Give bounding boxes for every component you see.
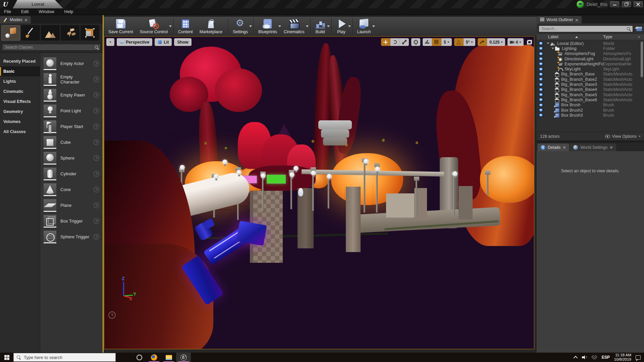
item-cone[interactable]: Cone? <box>44 182 101 197</box>
dropdown-caret-icon[interactable] <box>278 25 281 28</box>
category-volumes[interactable]: Volumes <box>0 117 40 127</box>
modes-tab[interactable]: Modes <box>0 16 31 23</box>
category-lights[interactable]: Lights <box>0 76 40 86</box>
type-column-header[interactable]: Type <box>603 35 644 39</box>
level-tab[interactable]: Lovrat <box>13 0 63 8</box>
dropdown-caret-icon[interactable] <box>306 25 309 28</box>
light-bulb-sprite[interactable] <box>180 165 185 170</box>
visibility-eye-icon[interactable] <box>538 83 543 86</box>
visibility-eye-icon[interactable] <box>538 88 543 92</box>
build-button[interactable]: Build <box>312 17 330 36</box>
outliner-row-big-branch-base4[interactable]: Big_Branch_Base4StaticMeshActo <box>537 87 644 92</box>
scale-tool-button[interactable] <box>400 38 409 46</box>
close-icon[interactable] <box>24 18 28 21</box>
light-bulb-sprite[interactable] <box>222 160 227 165</box>
grid-snap-toggle[interactable] <box>432 38 441 46</box>
light-bulb-sprite[interactable] <box>261 173 266 178</box>
tab-details[interactable]: Details <box>537 143 569 151</box>
visibility-eye-icon[interactable] <box>538 113 543 117</box>
viewport-help-icon[interactable]: ? <box>108 311 116 319</box>
dropdown-caret-icon[interactable] <box>249 25 252 28</box>
rotation-snap-value[interactable]: 5° <box>464 38 475 46</box>
visibility-eye-icon[interactable] <box>538 103 543 107</box>
item-sphere-trigger[interactable]: Sphere Trigger? <box>44 229 101 245</box>
view-options-button[interactable]: View Options <box>605 134 641 139</box>
viewport-options-button[interactable] <box>106 38 114 46</box>
menu-edit[interactable]: Edit <box>21 9 29 14</box>
item-sphere[interactable]: Sphere? <box>44 150 101 166</box>
rotate-tool-button[interactable] <box>390 38 400 46</box>
category-cinematic[interactable]: Cinematic <box>0 86 40 97</box>
category-recently-placed[interactable]: Recently Placed <box>0 56 40 66</box>
category-all-classes[interactable]: All Classes <box>0 127 40 137</box>
expander-icon[interactable] <box>551 48 554 51</box>
visibility-eye-icon[interactable] <box>538 108 543 112</box>
item-empty-actor[interactable]: Empty Actor? <box>44 56 101 71</box>
start-button[interactable] <box>0 353 13 362</box>
outliner-row-big-branch-base2[interactable]: Big_Branch_Base2StaticMeshActo <box>537 77 644 82</box>
category-visual-effects[interactable]: Visual Effects <box>0 97 40 107</box>
world-coordinate-button[interactable] <box>411 38 420 46</box>
surface-snap-button[interactable] <box>423 38 432 46</box>
mode-foliage-button[interactable] <box>61 25 79 41</box>
menu-window[interactable]: Window <box>39 9 54 14</box>
outliner-row-exponentialheightfog[interactable]: ExponentialHeightFogExponentialHei <box>537 61 644 66</box>
perspective-button[interactable]: Perspective <box>117 38 152 46</box>
visibility-eye-icon[interactable] <box>538 57 543 61</box>
visibility-eye-icon[interactable] <box>538 93 543 97</box>
create-folder-button[interactable] <box>635 26 642 32</box>
mode-geometry-button[interactable] <box>80 25 99 41</box>
item-plane[interactable]: Plane? <box>44 197 101 213</box>
unreal-engine-button[interactable]: U <box>176 353 191 362</box>
outliner-search-input[interactable] <box>539 26 633 32</box>
language-indicator[interactable]: ESP <box>602 355 610 360</box>
item-cube[interactable]: Cube? <box>44 134 101 150</box>
rotation-snap-toggle[interactable] <box>454 38 464 46</box>
dropdown-caret-icon[interactable] <box>348 25 351 28</box>
light-bulb-sprite[interactable] <box>214 174 219 179</box>
outliner-row-big-branch-base6[interactable]: Big_Branch_Base6StaticMeshActo <box>537 97 644 102</box>
light-bulb-sprite[interactable] <box>327 174 332 179</box>
lit-mode-button[interactable]: Lit <box>155 38 172 46</box>
close-button[interactable] <box>634 1 643 7</box>
camera-speed-button[interactable]: 4 <box>507 38 524 46</box>
move-tool-button[interactable] <box>381 38 390 46</box>
firefox-button[interactable] <box>147 353 161 362</box>
search-classes-input[interactable] <box>2 45 100 50</box>
grid-snap-value[interactable]: 5 <box>441 38 452 46</box>
minimize-button[interactable] <box>610 1 619 7</box>
outliner-row-big-branch-base3[interactable]: Big_Branch_Base3StaticMeshActo <box>537 82 644 87</box>
dropdown-caret-icon[interactable] <box>372 25 375 28</box>
blueprints-button[interactable]: Blueprints <box>256 17 281 36</box>
outliner-row-big-branch-base[interactable]: Big_Branch_BaseStaticMeshActo <box>537 72 644 77</box>
item-player-start[interactable]: Player Start? <box>44 119 101 134</box>
dropdown-caret-icon[interactable] <box>169 25 172 28</box>
visibility-eye-icon[interactable] <box>538 42 543 45</box>
close-icon[interactable] <box>563 146 566 149</box>
category-basic[interactable]: Basic <box>0 66 40 76</box>
light-bulb-sprite[interactable] <box>236 170 241 175</box>
volume-icon[interactable] <box>582 355 587 359</box>
menu-help[interactable]: Help <box>64 9 73 14</box>
cinematics-button[interactable]: Cinematics <box>281 17 309 36</box>
wifi-icon[interactable] <box>591 355 597 360</box>
filter-icon[interactable] <box>638 37 640 39</box>
marketplace-button[interactable]: Marketplace <box>197 17 226 36</box>
file-explorer-button[interactable] <box>161 353 176 362</box>
outliner-row-lighting[interactable]: LightingFolder <box>537 46 644 51</box>
visibility-eye-icon[interactable] <box>538 47 543 50</box>
tray-expand-icon[interactable] <box>574 356 578 360</box>
item-cylinder[interactable]: Cylinder? <box>44 166 101 182</box>
outliner-row-box-brush[interactable]: Box BrushBrush <box>537 103 644 108</box>
maximize-viewport-icon[interactable] <box>527 40 532 45</box>
scale-snap-value[interactable]: 0.125 <box>487 38 505 46</box>
light-bulb-sprite[interactable] <box>293 166 299 171</box>
close-icon[interactable] <box>575 18 578 21</box>
title-bar[interactable]: U Lovrat Delet_this <box>0 0 644 8</box>
play-button[interactable]: Play <box>333 17 351 36</box>
outliner-row-skylight[interactable]: SkyLightSkyLight <box>537 66 644 71</box>
restore-button[interactable] <box>622 1 631 7</box>
mode-landscape-button[interactable] <box>41 25 60 41</box>
tab-world-settings[interactable]: World Settings <box>570 143 616 151</box>
show-button[interactable]: Show <box>174 38 191 46</box>
